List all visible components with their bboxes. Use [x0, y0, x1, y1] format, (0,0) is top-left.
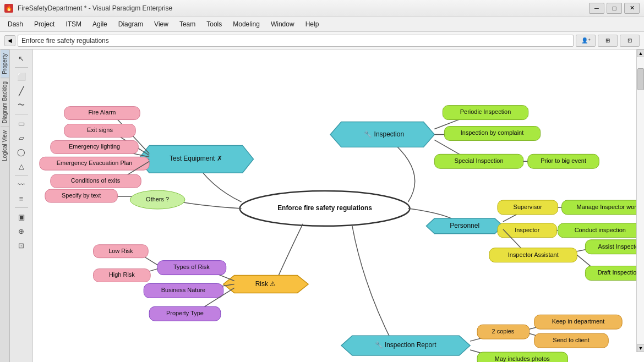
inspection-complaint-label: Inspection by complaint [461, 129, 523, 136]
canvas-area[interactable]: Enforce fire safety regulations Test Equ… [33, 50, 644, 362]
types-risk-label: Types of Risk [173, 264, 210, 270]
tool-divider-1 [15, 67, 28, 68]
may-photos-label: May includes photos [495, 355, 550, 362]
low-risk-label: Low Risk [108, 248, 133, 254]
draft-inspection-label: Draft Inspection Rep... [598, 269, 636, 276]
assist-inspector-label: Assist Inspector to c... [598, 243, 636, 250]
others-label: Others ? [146, 196, 169, 202]
tool-rect[interactable]: ⬜ [14, 70, 29, 83]
nav-back[interactable]: ◀ [4, 35, 15, 46]
scroll-down-btn[interactable]: ▼ [637, 344, 644, 352]
supervisor-label: Supervisor [514, 204, 543, 210]
title-bar-text: FireSafetyDepartment * - Visual Paradigm… [18, 4, 585, 12]
inspection-label: 🔧 Inspection [364, 130, 404, 138]
mindmap-svg: Enforce fire safety regulations Test Equ… [33, 50, 636, 362]
tool-squiggle[interactable]: 〰 [14, 178, 29, 191]
panel-tab-logical[interactable]: Logical View [1, 127, 9, 164]
tool-image3[interactable]: ◯ [14, 145, 29, 158]
property-type-label: Property Type [166, 310, 204, 316]
menu-dash[interactable]: Dash [2, 18, 29, 30]
tool-plus[interactable]: ⊕ [14, 224, 29, 238]
tool-select[interactable]: ↖ [14, 52, 29, 65]
menu-project[interactable]: Project [29, 18, 60, 30]
menu-window[interactable]: Window [265, 18, 300, 30]
tool-palette: ↖ ⬜ ╱ 〜 ▭ ▱ ◯ △ 〰 ≡ ▣ ⊕ ⊡ [10, 50, 32, 362]
toolbar-btn-2[interactable]: ⊞ [598, 35, 618, 47]
tool-extra[interactable]: ⊡ [14, 239, 29, 252]
toolbar-btn-1[interactable]: 👤⁺ [576, 35, 596, 47]
business-nature-label: Business Nature [161, 287, 205, 293]
left-panel: Property Diagram Backlog Logical View ↖ … [0, 50, 33, 362]
conduct-inspection-label: Conduct inspection [575, 227, 626, 233]
conditions-exits-label: Conditions of exits [71, 177, 121, 184]
two-copies-label: 2 copies [492, 328, 515, 334]
panel-tab-property[interactable]: Property [1, 50, 9, 78]
prior-event-label: Prior to big event [541, 157, 586, 164]
minimize-button[interactable]: ─ [589, 3, 604, 14]
menu-itsm[interactable]: ITSM [60, 18, 87, 30]
tool-image1[interactable]: ▭ [14, 117, 29, 130]
menu-bar: Dash Project ITSM Agile Diagram View Tea… [0, 17, 644, 32]
window-controls[interactable]: ─ □ ✕ [589, 3, 640, 14]
toolbar-right: 👤⁺ ⊞ ⊡ [576, 35, 640, 47]
tool-curve[interactable]: 〜 [14, 98, 29, 112]
inspection-report-label: 🔧 Inspection Report [375, 341, 437, 349]
tool-grid[interactable]: ▣ [14, 210, 29, 223]
vertical-scrollbar[interactable]: ▲ ▼ [636, 50, 644, 352]
tool-divider-4 [15, 207, 28, 208]
tool-image2[interactable]: ▱ [14, 131, 29, 144]
evac-plan-label: Emergency Evacuation Plan [57, 160, 133, 166]
tool-divider-2 [15, 114, 28, 114]
address-bar: ◀ 👤⁺ ⊞ ⊡ [0, 32, 644, 50]
tool-line[interactable]: ╱ [14, 84, 29, 97]
menu-help[interactable]: Help [300, 18, 325, 30]
scroll-thumb[interactable] [637, 68, 644, 90]
app-icon: 🔥 [4, 4, 13, 13]
inspector-label: Inspector [515, 227, 539, 233]
menu-agile[interactable]: Agile [87, 18, 113, 30]
scroll-up-btn[interactable]: ▲ [637, 50, 644, 57]
risk-label: Risk ⚠ [255, 280, 276, 288]
specify-text-label: Specify by text [62, 192, 101, 199]
menu-view[interactable]: View [149, 18, 174, 30]
menu-team[interactable]: Team [174, 18, 201, 30]
menu-tools[interactable]: Tools [201, 18, 227, 30]
manage-inspector-label: Manage Inspector works [577, 204, 636, 210]
panel-tab-backlog[interactable]: Diagram Backlog [1, 78, 9, 127]
maximize-button[interactable]: □ [607, 3, 622, 14]
send-client-label: Send to client [553, 337, 589, 343]
central-node-text: Enforce fire safety regulations [277, 204, 372, 212]
high-risk-label: High Risk [109, 271, 135, 278]
keep-dept-label: Keep in department [552, 318, 605, 325]
close-button[interactable]: ✕ [624, 3, 640, 14]
emergency-lighting-label: Emergency lighting [69, 143, 120, 150]
exit-signs-label: Exit signs [87, 127, 113, 133]
scroll-track[interactable] [637, 57, 644, 344]
test-equipment-label: Test Equipment ✗ [170, 155, 222, 162]
address-input[interactable] [18, 35, 574, 47]
personnel-label: Personnel [450, 222, 479, 229]
inspector-assistant-label: Inspector Assistant [508, 251, 559, 258]
menu-modeling[interactable]: Modeling [227, 18, 265, 30]
tool-triangle[interactable]: △ [14, 160, 29, 173]
title-bar: 🔥 FireSafetyDepartment * - Visual Paradi… [0, 0, 644, 17]
tool-divider-3 [15, 175, 28, 175]
special-inspection-label: Special Inspection [455, 157, 504, 164]
toolbar-btn-3[interactable]: ⊡ [620, 35, 640, 47]
fire-alarm-label: Fire Alarm [89, 109, 116, 116]
tool-lines[interactable]: ≡ [14, 192, 29, 205]
menu-diagram[interactable]: Diagram [113, 18, 149, 30]
main-area: Property Diagram Backlog Logical View ↖ … [0, 50, 644, 362]
periodic-inspection-label: Periodic Inspection [460, 108, 511, 115]
